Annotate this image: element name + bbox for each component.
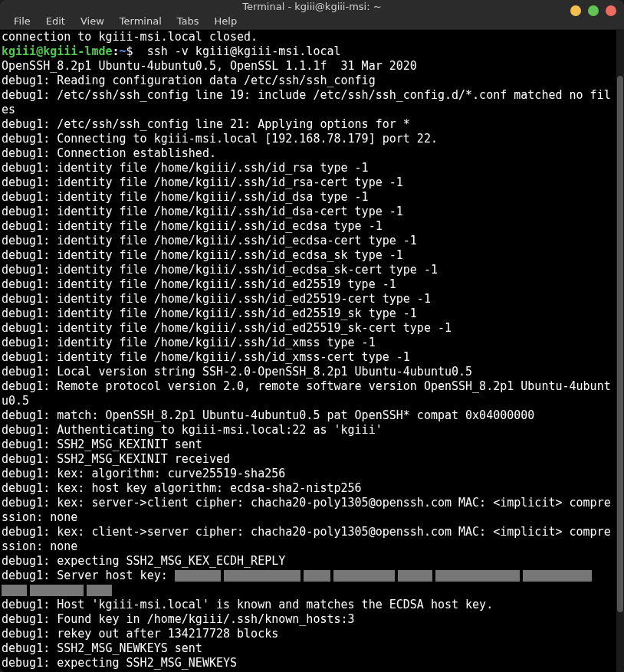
redacted-block bbox=[224, 570, 301, 582]
output-line: debug1: identity file /home/kgiii/.ssh/i… bbox=[2, 205, 615, 219]
output-line: debug1: identity file /home/kgiii/.ssh/i… bbox=[2, 336, 615, 350]
output-line: connection to kgiii-msi.local closed. bbox=[2, 30, 615, 44]
terminal-window: Terminal - kgiii@kgiii-msi: ~ File Edit … bbox=[0, 0, 624, 672]
output-line: debug1: identity file /home/kgiii/.ssh/i… bbox=[2, 321, 615, 336]
output-line: debug1: kex: server->client cipher: chac… bbox=[2, 496, 615, 525]
terminal-area: connection to kgiii-msi.local closed.kgi… bbox=[0, 30, 624, 672]
output-line: debug1: identity file /home/kgiii/.ssh/i… bbox=[2, 350, 615, 365]
output-line: debug1: identity file /home/kgiii/.ssh/i… bbox=[2, 248, 615, 263]
output-line: debug1: kex: client->server cipher: chac… bbox=[2, 525, 615, 554]
window-title: Terminal - kgiii@kgiii-msi: ~ bbox=[242, 1, 381, 12]
redacted-block bbox=[175, 570, 221, 582]
output-line: debug1: kex: algorithm: curve25519-sha25… bbox=[2, 467, 615, 481]
close-button[interactable] bbox=[606, 5, 616, 16]
menu-help[interactable]: Help bbox=[207, 13, 245, 29]
output-line: debug1: identity file /home/kgiii/.ssh/i… bbox=[2, 277, 615, 292]
output-line: debug1: SSH2_MSG_KEXINIT received bbox=[2, 452, 615, 467]
output-line: debug1: Authenticating to kgiii-msi.loca… bbox=[2, 423, 615, 438]
output-line: debug1: Host 'kgiii-msi.local' is known … bbox=[2, 598, 615, 612]
redacted-block bbox=[2, 585, 27, 596]
maximize-button[interactable] bbox=[588, 5, 599, 16]
menu-terminal[interactable]: Terminal bbox=[112, 13, 169, 29]
redacted-block bbox=[30, 585, 84, 596]
output-line: debug1: identity file /home/kgiii/.ssh/i… bbox=[2, 234, 615, 248]
titlebar[interactable]: Terminal - kgiii@kgiii-msi: ~ bbox=[0, 0, 624, 13]
output-line: debug1: identity file /home/kgiii/.ssh/i… bbox=[2, 292, 615, 306]
output-line: debug1: SSH2_MSG_KEXINIT sent bbox=[2, 438, 615, 452]
redacted-block bbox=[333, 570, 395, 582]
redacted-segment bbox=[2, 583, 115, 597]
menu-file[interactable]: File bbox=[6, 13, 38, 29]
output-line: debug1: Local version string SSH-2.0-Ope… bbox=[2, 365, 615, 379]
menu-edit[interactable]: Edit bbox=[38, 13, 73, 29]
redacted-block bbox=[304, 570, 330, 582]
prompt-sigil: $ bbox=[126, 44, 133, 58]
output-line: debug1: identity file /home/kgiii/.ssh/i… bbox=[2, 161, 615, 175]
redacted-block bbox=[398, 570, 432, 582]
scrollbar[interactable] bbox=[616, 30, 624, 672]
output-line: debug1: expecting SSH2_MSG_KEX_ECDH_REPL… bbox=[2, 554, 615, 569]
output-line: debug1: kex: host key algorithm: ecdsa-s… bbox=[2, 481, 615, 496]
output-line: debug1: identity file /home/kgiii/.ssh/i… bbox=[2, 306, 615, 321]
redacted-block bbox=[523, 570, 592, 582]
output-line: debug1: identity file /home/kgiii/.ssh/i… bbox=[2, 263, 615, 277]
output-line: debug1: Remote protocol version 2.0, rem… bbox=[2, 379, 615, 408]
prompt-path: ~ bbox=[120, 44, 126, 58]
output-line: debug1: Connecting to kgiii-msi.local [1… bbox=[2, 132, 615, 146]
command-text: ssh -v kgiii@kgiii-msi.local bbox=[133, 44, 341, 58]
output-line: debug1: identity file /home/kgiii/.ssh/i… bbox=[2, 175, 615, 190]
output-line: debug1: /etc/ssh/ssh_config line 21: App… bbox=[2, 117, 615, 132]
output-line: debug1: identity file /home/kgiii/.ssh/i… bbox=[2, 190, 615, 205]
window-controls bbox=[570, 5, 616, 16]
prompt-user-host: kgiii@kgiii-lmde bbox=[2, 44, 113, 58]
output-line: debug1: Connection established. bbox=[2, 146, 615, 161]
menubar: File Edit View Terminal Tabs Help bbox=[0, 13, 624, 30]
output-line: OpenSSH_8.2p1 Ubuntu-4ubuntu0.5, OpenSSL… bbox=[2, 59, 615, 74]
terminal-output[interactable]: connection to kgiii-msi.local closed.kgi… bbox=[0, 30, 616, 672]
output-line-redacted bbox=[2, 583, 615, 598]
output-line: debug1: match: OpenSSH_8.2p1 Ubuntu-4ubu… bbox=[2, 408, 615, 423]
host-key-prefix: debug1: Server host key: bbox=[2, 569, 175, 582]
output-line: debug1: SSH2_MSG_NEWKEYS sent bbox=[2, 641, 615, 656]
output-line: debug1: Found key in /home/kgiii/.ssh/kn… bbox=[2, 612, 615, 627]
menu-view[interactable]: View bbox=[73, 13, 112, 29]
output-line: debug1: /etc/ssh/ssh_config line 19: inc… bbox=[2, 88, 615, 117]
redacted-segment bbox=[175, 569, 595, 582]
output-line-redacted: debug1: Server host key: bbox=[2, 569, 615, 583]
prompt-colon: : bbox=[113, 44, 120, 58]
redacted-block bbox=[435, 570, 520, 582]
output-line: debug1: rekey out after 134217728 blocks bbox=[2, 627, 615, 641]
scrollbar-thumb[interactable] bbox=[617, 76, 623, 612]
output-line: debug1: identity file /home/kgiii/.ssh/i… bbox=[2, 219, 615, 234]
output-line: debug1: expecting SSH2_MSG_NEWKEYS bbox=[2, 656, 615, 670]
minimize-button[interactable] bbox=[570, 5, 581, 16]
prompt-line: kgiii@kgiii-lmde:~$ ssh -v kgiii@kgiii-m… bbox=[2, 44, 615, 59]
redacted-block bbox=[87, 585, 112, 596]
menu-tabs[interactable]: Tabs bbox=[169, 13, 207, 29]
output-line: debug1: Reading configuration data /etc/… bbox=[2, 74, 615, 88]
